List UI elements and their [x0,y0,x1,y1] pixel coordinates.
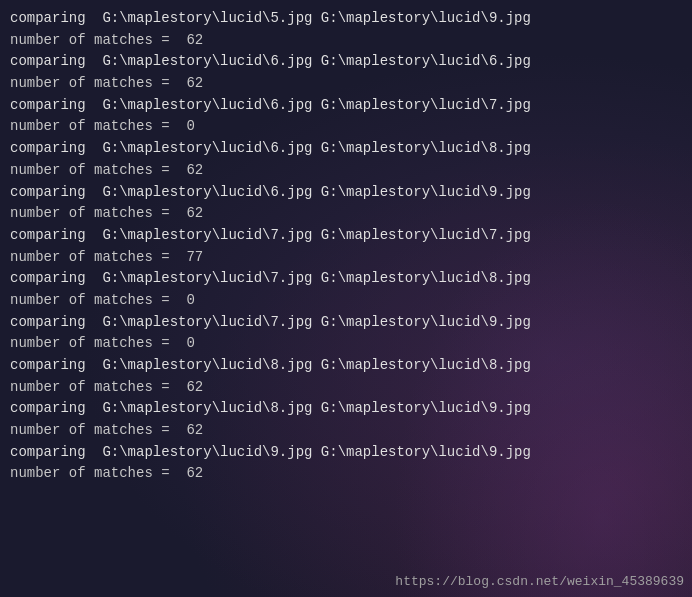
comparing-line: comparing G:\maplestory\lucid\8.jpg G:\m… [10,398,682,420]
comparing-line: comparing G:\maplestory\lucid\6.jpg G:\m… [10,51,682,73]
result-line: number of matches = 62 [10,377,682,399]
result-line: number of matches = 0 [10,116,682,138]
comparing-line: comparing G:\maplestory\lucid\7.jpg G:\m… [10,225,682,247]
result-line: number of matches = 0 [10,290,682,312]
result-line: number of matches = 62 [10,30,682,52]
comparing-line: comparing G:\maplestory\lucid\6.jpg G:\m… [10,95,682,117]
comparing-line: comparing G:\maplestory\lucid\7.jpg G:\m… [10,312,682,334]
terminal-output: comparing G:\maplestory\lucid\5.jpg G:\m… [0,0,692,597]
result-line: number of matches = 62 [10,203,682,225]
result-line: number of matches = 62 [10,73,682,95]
comparing-line: comparing G:\maplestory\lucid\6.jpg G:\m… [10,182,682,204]
result-line: number of matches = 77 [10,247,682,269]
result-line: number of matches = 62 [10,160,682,182]
comparing-line: comparing G:\maplestory\lucid\7.jpg G:\m… [10,268,682,290]
comparing-line: comparing G:\maplestory\lucid\5.jpg G:\m… [10,8,682,30]
comparing-line: comparing G:\maplestory\lucid\6.jpg G:\m… [10,138,682,160]
result-line: number of matches = 62 [10,420,682,442]
result-line: number of matches = 62 [10,463,682,485]
watermark: https://blog.csdn.net/weixin_45389639 [395,574,684,589]
comparing-line: comparing G:\maplestory\lucid\8.jpg G:\m… [10,355,682,377]
result-line: number of matches = 0 [10,333,682,355]
comparing-line: comparing G:\maplestory\lucid\9.jpg G:\m… [10,442,682,464]
